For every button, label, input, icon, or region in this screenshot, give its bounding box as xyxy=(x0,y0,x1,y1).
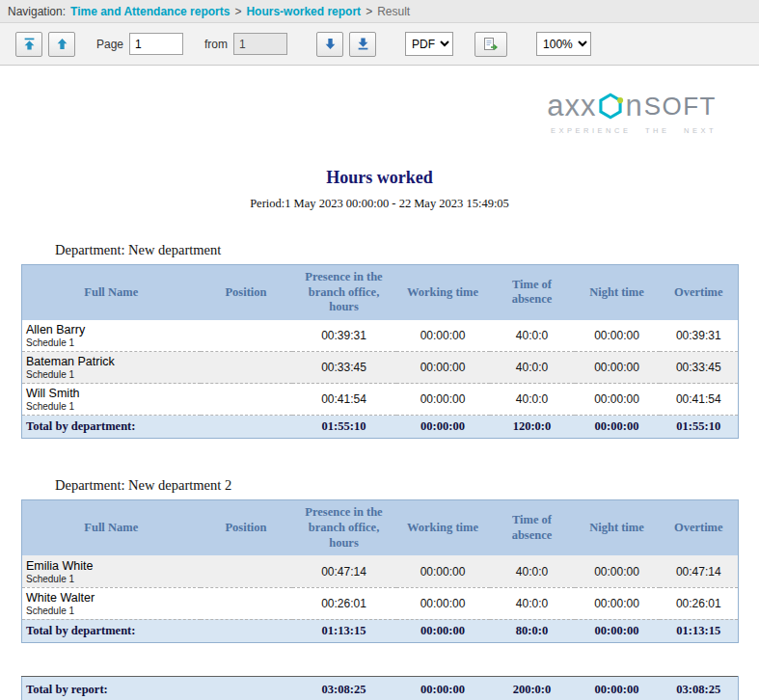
col-header-full-name: Full Name xyxy=(22,500,201,555)
col-header-position: Position xyxy=(201,500,292,555)
col-header-overtime: Overtime xyxy=(660,265,739,320)
working-time-cell: 00:00:00 xyxy=(396,587,490,619)
department-table-1: Full Name Position Presence in the branc… xyxy=(21,264,739,439)
overtime-cell: 00:33:45 xyxy=(660,352,739,384)
report-page: axx n SOFT EXPERIENCE THE NEXT Hours wor… xyxy=(0,66,759,700)
working-time-cell: 00:00:00 xyxy=(396,384,490,416)
logo-text-axx: axx xyxy=(547,91,596,121)
next-page-button[interactable] xyxy=(316,32,343,57)
presence-cell: 03:08:25 xyxy=(292,676,396,700)
presence-cell: 00:47:14 xyxy=(292,555,396,587)
export-button[interactable] xyxy=(474,32,507,57)
breadcrumb-separator: > xyxy=(234,5,241,18)
working-time-cell: 00:00:00 xyxy=(396,619,490,642)
first-page-icon xyxy=(23,38,36,50)
employee-schedule: Schedule 1 xyxy=(26,574,197,584)
breadcrumb-link-hours-worked[interactable]: Hours-worked report xyxy=(246,5,361,18)
absence-cell: 40:0:0 xyxy=(490,352,575,384)
report-total-label: Total by report: xyxy=(22,676,201,700)
col-header-presence: Presence in the branch office, hours xyxy=(292,265,396,320)
table-row: Allen BarrySchedule 1 00:39:31 00:00:00 … xyxy=(22,320,739,352)
absence-cell: 200:0:0 xyxy=(490,676,575,700)
overtime-cell: 00:41:54 xyxy=(660,384,739,416)
table-header-row: Full Name Position Presence in the branc… xyxy=(22,500,739,555)
prev-page-icon xyxy=(56,38,68,50)
presence-cell: 01:13:15 xyxy=(292,619,396,642)
breadcrumb-separator: > xyxy=(366,5,372,18)
working-time-cell: 00:00:00 xyxy=(396,320,490,352)
prev-page-button[interactable] xyxy=(48,32,75,57)
breadcrumb-current: Result xyxy=(377,5,410,18)
night-time-cell: 00:00:00 xyxy=(575,416,660,439)
working-time-cell: 00:00:00 xyxy=(396,555,490,587)
department-total-row: Total by department: 01:55:10 00:00:00 1… xyxy=(22,416,739,439)
col-header-working-time: Working time xyxy=(396,265,490,320)
report-total-table: Total by report: 03:08:25 00:00:00 200:0… xyxy=(21,676,739,700)
next-page-icon xyxy=(324,38,337,50)
working-time-cell: 00:00:00 xyxy=(396,416,490,439)
axxonsoft-logo: axx n SOFT EXPERIENCE THE NEXT xyxy=(0,91,759,135)
employee-schedule: Schedule 1 xyxy=(26,606,197,616)
col-header-presence: Presence in the branch office, hours xyxy=(292,500,396,555)
col-header-overtime: Overtime xyxy=(660,500,739,555)
last-page-icon xyxy=(357,38,369,50)
col-header-working-time: Working time xyxy=(396,500,490,555)
col-header-time-of-absence: Time of absence xyxy=(490,500,575,555)
hexagon-logo-icon xyxy=(597,93,624,120)
absence-cell: 40:0:0 xyxy=(490,320,575,352)
employee-schedule: Schedule 1 xyxy=(26,401,197,412)
employee-schedule: Schedule 1 xyxy=(26,369,197,380)
position-cell xyxy=(201,619,292,642)
position-cell xyxy=(201,676,292,700)
page-label: Page xyxy=(96,38,123,51)
position-cell xyxy=(201,587,292,619)
department-heading-2: Department: New department 2 xyxy=(55,477,759,494)
first-page-button[interactable] xyxy=(15,32,42,57)
logo-tagline: EXPERIENCE THE NEXT xyxy=(551,126,717,135)
col-header-full-name: Full Name xyxy=(22,265,201,320)
night-time-cell: 00:00:00 xyxy=(575,384,660,416)
report-toolbar: Page from PDF 100% xyxy=(0,23,759,66)
absence-cell: 40:0:0 xyxy=(490,384,575,416)
logo-text-soft: SOFT xyxy=(643,94,717,119)
last-page-button[interactable] xyxy=(349,32,376,57)
report-title: Hours worked xyxy=(0,168,759,188)
position-cell xyxy=(201,416,292,439)
total-label: Total by department: xyxy=(22,416,201,439)
col-header-time-of-absence: Time of absence xyxy=(490,265,575,320)
presence-cell: 00:41:54 xyxy=(292,384,396,416)
department-table-2: Full Name Position Presence in the branc… xyxy=(21,499,739,642)
export-icon xyxy=(483,37,500,52)
total-label: Total by department: xyxy=(22,619,201,642)
table-row: White WalterSchedule 1 00:26:01 00:00:00… xyxy=(22,587,739,619)
col-header-night-time: Night time xyxy=(575,500,660,555)
night-time-cell: 00:00:00 xyxy=(575,676,660,700)
export-format-select[interactable]: PDF xyxy=(405,32,453,56)
from-label: from xyxy=(204,38,228,51)
table-row: Emilia WhiteSchedule 1 00:47:14 00:00:00… xyxy=(22,555,739,587)
overtime-cell: 01:55:10 xyxy=(660,416,739,439)
employee-schedule: Schedule 1 xyxy=(26,337,197,348)
table-row: Bateman PatrickSchedule 1 00:33:45 00:00… xyxy=(22,352,739,384)
zoom-select[interactable]: 100% xyxy=(536,32,591,56)
employee-name: Emilia White xyxy=(26,559,197,573)
total-pages-field xyxy=(233,33,287,55)
employee-name: Bateman Patrick xyxy=(26,355,197,368)
page-input[interactable] xyxy=(129,33,183,55)
breadcrumb: Navigation: Time and Attendance reports … xyxy=(0,0,759,23)
breadcrumb-link-time-attendance[interactable]: Time and Attendance reports xyxy=(70,5,230,18)
position-cell xyxy=(201,352,292,384)
overtime-cell: 00:47:14 xyxy=(660,555,739,587)
presence-cell: 00:33:45 xyxy=(292,352,396,384)
absence-cell: 40:0:0 xyxy=(490,555,575,587)
report-total-row: Total by report: 03:08:25 00:00:00 200:0… xyxy=(22,676,739,700)
presence-cell: 00:26:01 xyxy=(292,587,396,619)
absence-cell: 120:0:0 xyxy=(490,416,575,439)
department-heading-1: Department: New department xyxy=(55,242,759,258)
night-time-cell: 00:00:00 xyxy=(575,587,660,619)
employee-name: White Walter xyxy=(26,591,197,605)
presence-cell: 01:55:10 xyxy=(292,416,396,439)
overtime-cell: 00:39:31 xyxy=(660,320,739,352)
overtime-cell: 00:26:01 xyxy=(660,587,739,619)
position-cell xyxy=(201,555,292,587)
